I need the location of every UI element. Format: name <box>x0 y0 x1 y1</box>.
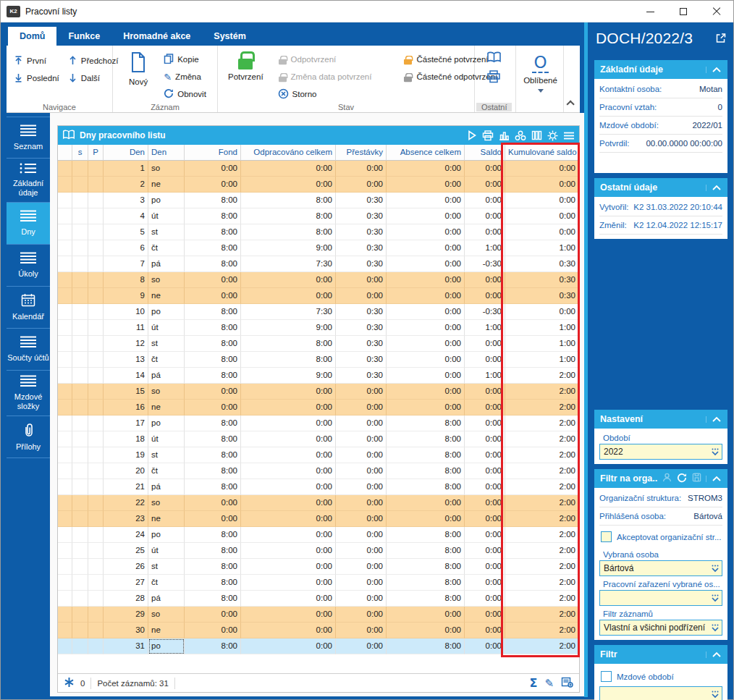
cell[interactable]: st <box>148 336 185 352</box>
cell[interactable]: 0:00 <box>336 591 387 607</box>
cell[interactable]: 0:00 <box>465 161 505 177</box>
cell[interactable] <box>72 320 88 336</box>
cell[interactable] <box>58 400 72 416</box>
cell[interactable]: 0:00 <box>241 272 336 288</box>
cell[interactable] <box>72 543 88 559</box>
records-filter-dropdown[interactable] <box>599 620 722 636</box>
cell[interactable]: 8:00 <box>387 479 465 495</box>
cell[interactable] <box>72 368 88 384</box>
cell[interactable]: 0:00 <box>241 177 336 193</box>
cell[interactable]: čt <box>148 463 185 479</box>
column-header-den-4[interactable]: Den <box>148 145 185 161</box>
cell[interactable]: so <box>148 161 185 177</box>
cell[interactable] <box>88 400 104 416</box>
cell[interactable]: 0:00 <box>387 288 465 304</box>
cell[interactable]: 0:00 <box>185 607 241 623</box>
cell[interactable] <box>58 272 72 288</box>
cell[interactable]: 0:00 <box>387 352 465 368</box>
table-row-19[interactable]: 19st8:000:000:008:000:002:00 <box>58 447 579 463</box>
cell[interactable]: 0:00 <box>336 431 387 447</box>
cell[interactable] <box>72 161 88 177</box>
sum-icon[interactable]: Σ <box>529 676 537 690</box>
cell[interactable]: 0:00 <box>465 607 505 623</box>
table-row-26[interactable]: 26st8:000:000:008:000:002:00 <box>58 559 579 575</box>
cell[interactable]: so <box>148 272 185 288</box>
columns-icon[interactable] <box>531 130 542 140</box>
cell[interactable]: 2:00 <box>505 527 579 543</box>
cell[interactable]: 0:00 <box>465 431 505 447</box>
cell[interactable] <box>58 352 72 368</box>
cell[interactable]: 0:00 <box>185 288 241 304</box>
cell[interactable] <box>58 208 72 224</box>
section-settings-header[interactable]: Nastavení <box>594 410 727 429</box>
table-row-21[interactable]: 21pá8:000:000:008:000:002:00 <box>58 479 579 495</box>
cell[interactable]: 0:30 <box>336 352 387 368</box>
cell[interactable] <box>88 161 104 177</box>
cell[interactable]: 0:00 <box>241 447 336 463</box>
cell[interactable] <box>72 447 88 463</box>
cell[interactable] <box>58 368 72 384</box>
cell[interactable] <box>88 416 104 431</box>
cell[interactable]: 0:00 <box>465 543 505 559</box>
tab-hromadn-akce[interactable]: Hromadné akce <box>111 27 202 46</box>
cell[interactable]: 25 <box>104 543 148 559</box>
table-row-11[interactable]: 11út8:009:000:300:001:001:00 <box>58 320 579 336</box>
favorites-button[interactable]: O Oblíbené <box>519 49 562 93</box>
cell[interactable] <box>72 177 88 193</box>
cell[interactable]: 0:00 <box>505 304 579 320</box>
print-icon[interactable] <box>482 130 494 141</box>
cell[interactable]: 6 <box>104 240 148 256</box>
table-row-28[interactable]: 28pá8:000:000:008:000:002:00 <box>58 591 579 607</box>
column-header-odpracov-no-celkem-6[interactable]: Odpracováno celkem <box>241 145 336 161</box>
cell[interactable]: 2:00 <box>505 463 579 479</box>
chart-icon[interactable] <box>499 130 510 140</box>
cell[interactable]: 13 <box>104 352 148 368</box>
cell[interactable]: 18 <box>104 431 148 447</box>
cell[interactable]: út <box>148 543 185 559</box>
cell[interactable]: 2:00 <box>505 623 579 638</box>
cell[interactable]: 0:00 <box>241 511 336 527</box>
cell[interactable] <box>88 193 104 208</box>
cell[interactable]: -0:30 <box>465 304 505 320</box>
cell[interactable]: 2 <box>104 177 148 193</box>
table-row-17[interactable]: 17po8:000:000:008:000:002:00 <box>58 416 579 431</box>
cell[interactable]: 0:00 <box>505 161 579 177</box>
copy-button[interactable]: Kopie <box>159 51 211 68</box>
cell[interactable]: 0:00 <box>465 224 505 240</box>
table-row-2[interactable]: 2ne0:000:000:000:000:000:00 <box>58 177 579 193</box>
cell[interactable] <box>72 591 88 607</box>
cell[interactable] <box>58 336 72 352</box>
table-row-10[interactable]: 10po8:007:300:300:00-0:300:00 <box>58 304 579 320</box>
cell[interactable]: st <box>148 559 185 575</box>
cell[interactable] <box>88 177 104 193</box>
cell[interactable]: 0:00 <box>387 623 465 638</box>
cell[interactable] <box>58 447 72 463</box>
cell[interactable] <box>58 384 72 400</box>
cell[interactable]: 0:30 <box>336 368 387 384</box>
cell[interactable]: 8 <box>104 272 148 288</box>
cell[interactable]: 31 <box>104 638 148 654</box>
cell[interactable] <box>72 288 88 304</box>
cell[interactable]: 0:00 <box>241 623 336 638</box>
cell[interactable]: 3 <box>104 193 148 208</box>
cell[interactable]: 0:00 <box>465 352 505 368</box>
cell[interactable]: 8:00 <box>185 479 241 495</box>
cell[interactable]: 0:00 <box>465 575 505 591</box>
cell[interactable]: 8:00 <box>185 416 241 431</box>
cell[interactable] <box>58 320 72 336</box>
cell[interactable]: 8:00 <box>387 447 465 463</box>
table-row-29[interactable]: 29so0:000:000:000:000:002:00 <box>58 607 579 623</box>
cell[interactable] <box>58 511 72 527</box>
cell[interactable] <box>58 638 72 654</box>
cell[interactable] <box>58 224 72 240</box>
cell[interactable]: 0:00 <box>465 193 505 208</box>
cell[interactable]: 8:00 <box>185 527 241 543</box>
cell[interactable]: 0:00 <box>336 447 387 463</box>
cell[interactable]: 0:00 <box>185 161 241 177</box>
cell[interactable] <box>88 272 104 288</box>
cell[interactable]: 8:00 <box>185 208 241 224</box>
add-note-icon[interactable] <box>561 677 573 689</box>
sidebar-item-sou-ty-t[interactable]: Součty účtů <box>7 329 50 371</box>
cell[interactable]: 0:00 <box>336 543 387 559</box>
cell[interactable]: 0:00 <box>465 591 505 607</box>
